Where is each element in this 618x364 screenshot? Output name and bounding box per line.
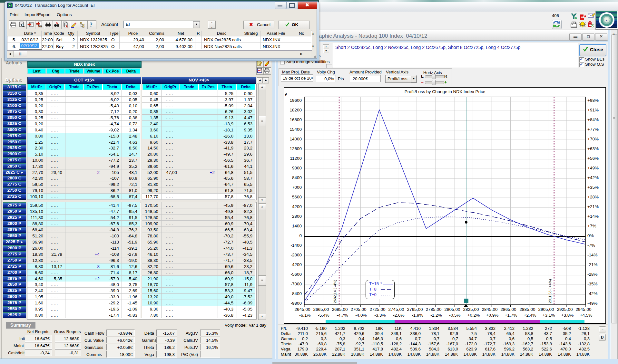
svg-text:TOS: TOS — [38, 25, 43, 28]
svg-text:*: * — [380, 282, 382, 286]
svg-text:?: ? — [90, 22, 93, 28]
svg-text:N: N — [56, 21, 59, 25]
